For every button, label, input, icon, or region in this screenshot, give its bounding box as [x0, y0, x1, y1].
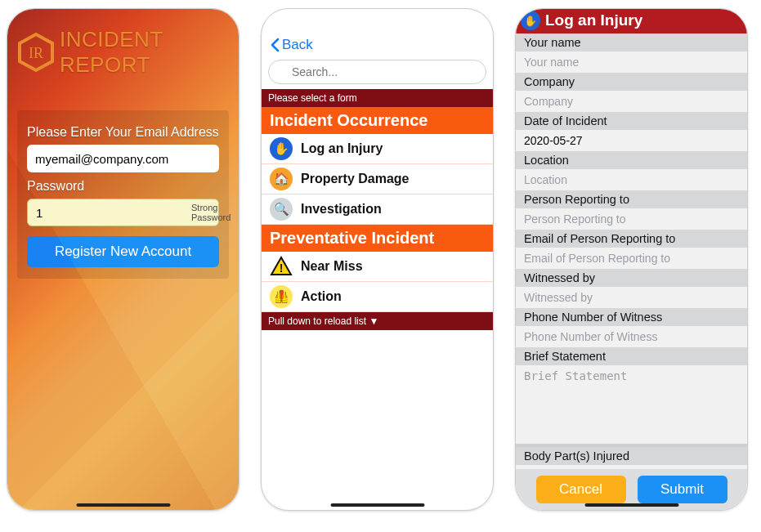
company-input[interactable] — [516, 91, 747, 112]
log-injury-screen: ✋ Log an Injury Your name Company Date o… — [516, 9, 747, 510]
submit-button[interactable]: Submit — [638, 476, 727, 503]
list-item-action[interactable]: 🦺 Action — [262, 282, 493, 312]
vest-icon: 🦺 — [270, 285, 293, 308]
date-of-incident-input[interactable] — [516, 130, 747, 151]
section-header-preventative-incident: Preventative Incident — [262, 225, 493, 252]
home-indicator[interactable] — [330, 503, 424, 507]
back-button[interactable]: Back — [262, 9, 493, 60]
warning-triangle-icon: ! — [270, 255, 293, 278]
form-title: Log an Injury — [545, 11, 642, 29]
field-label-your-name: Your name — [516, 34, 747, 51]
login-card: Please Enter Your Email Address Password… — [17, 110, 229, 279]
magnifier-doc-icon: 🔍 — [270, 198, 293, 221]
form-header: ✋ Log an Injury — [516, 9, 747, 34]
svg-text:!: ! — [280, 262, 284, 275]
email-label: Please Enter Your Email Address — [27, 125, 219, 140]
house-damage-icon: 🏠 — [270, 168, 293, 190]
field-label-phone-witness: Phone Number of Witness — [516, 308, 747, 326]
field-label-body-parts: Body Part(s) Injured — [516, 447, 747, 465]
cancel-button[interactable]: Cancel — [536, 476, 626, 503]
list-item-label: Investigation — [301, 202, 382, 217]
person-reporting-to-input[interactable] — [516, 208, 747, 230]
phone-log-injury: ✋ Log an Injury Your name Company Date o… — [515, 8, 748, 511]
list-item-label: Log an Injury — [301, 141, 383, 156]
brief-statement-input[interactable] — [516, 365, 747, 444]
list-item-near-miss[interactable]: ! Near Miss — [262, 252, 493, 282]
chevron-left-icon — [270, 38, 280, 52]
section-header-incident-occurrence: Incident Occurrence — [262, 107, 493, 134]
login-screen: IR INCIDENT REPORT Please Enter Your Ema… — [7, 9, 239, 510]
field-label-company: Company — [516, 73, 747, 91]
email-input[interactable] — [27, 145, 219, 172]
list-item-property-damage[interactable]: 🏠 Property Damage — [262, 164, 493, 194]
brand-row: IR INCIDENT REPORT — [7, 9, 239, 86]
svg-text:IR: IR — [29, 45, 43, 61]
back-label: Back — [282, 37, 313, 53]
phone-login: IR INCIDENT REPORT Please Enter Your Ema… — [7, 8, 239, 511]
field-label-brief-statement: Brief Statement — [516, 347, 747, 365]
list-item-label: Near Miss — [301, 259, 363, 274]
list-item-label: Property Damage — [301, 172, 410, 186]
field-label-location: Location — [516, 151, 747, 169]
brand-title: INCIDENT REPORT — [60, 27, 231, 78]
list-item-log-injury[interactable]: ✋ Log an Injury — [262, 134, 493, 164]
search-wrap: 🔍 — [268, 60, 486, 84]
home-indicator[interactable] — [584, 503, 678, 507]
home-indicator[interactable] — [76, 503, 170, 507]
select-form-banner: Please select a form — [262, 89, 493, 107]
form-body[interactable]: Your name Company Date of Incident Locat… — [516, 34, 747, 469]
password-input[interactable] — [36, 206, 191, 220]
form-list-screen: Back 🔍 Please select a form Incident Occ… — [262, 9, 493, 510]
field-label-witnessed-by: Witnessed by — [516, 269, 747, 287]
bandage-icon: ✋ — [270, 137, 293, 160]
field-label-reporting-to: Person Reporting to — [516, 190, 747, 208]
register-account-button[interactable]: Register New Account — [27, 236, 219, 267]
password-label: Password — [27, 179, 219, 194]
location-input[interactable] — [516, 169, 747, 190]
pull-to-reload-banner: Pull down to reload list ▼ — [262, 312, 493, 330]
witnessed-by-input[interactable] — [516, 287, 747, 308]
field-label-email-reporting: Email of Person Reporting to — [516, 230, 747, 248]
your-name-input[interactable] — [516, 51, 747, 73]
field-label-date: Date of Incident — [516, 112, 747, 130]
list-item-label: Action — [301, 289, 342, 304]
brand-logo-icon: IR — [16, 32, 56, 73]
password-strength-label: Strong Password — [191, 203, 231, 222]
phone-witness-input[interactable] — [516, 326, 747, 347]
search-input[interactable] — [268, 60, 486, 84]
bandage-icon: ✋ — [521, 11, 540, 30]
list-item-investigation[interactable]: 🔍 Investigation — [262, 194, 493, 225]
phone-form-list: Back 🔍 Please select a form Incident Occ… — [261, 8, 494, 511]
password-wrap: Strong Password — [27, 199, 219, 226]
email-reporting-to-input[interactable] — [516, 248, 747, 269]
